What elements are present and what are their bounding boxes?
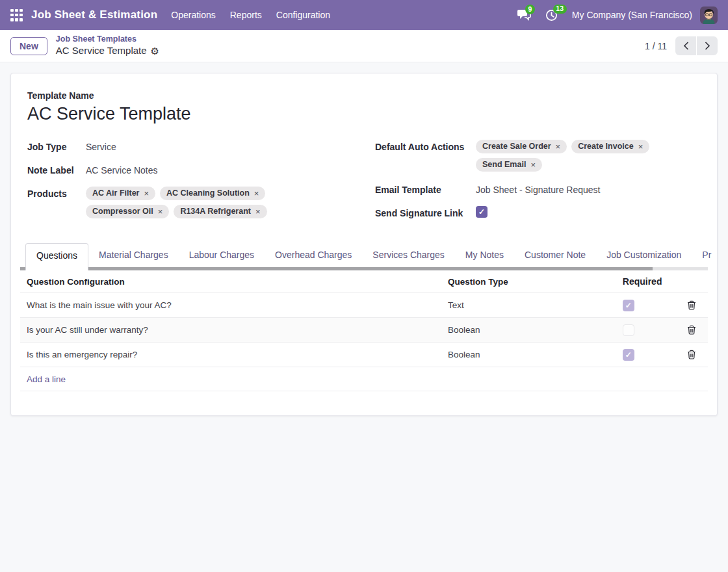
chevron-left-icon <box>683 42 689 50</box>
trash-icon <box>687 300 696 310</box>
column-header-question-configuration[interactable]: Question Configuration <box>20 277 448 287</box>
column-header-required[interactable]: Required <box>623 276 675 287</box>
tag-ac-air-filter: AC Air Filter× <box>86 187 155 200</box>
top-menu-bar: OperationsReportsConfiguration <box>164 6 337 24</box>
delete-row-button[interactable] <box>686 348 697 361</box>
delete-row-button[interactable] <box>686 324 697 336</box>
required-checkbox[interactable]: ✓ <box>623 349 634 361</box>
tag-compressor-oil: Compressor Oil× <box>86 205 169 218</box>
remove-tag-icon[interactable]: × <box>254 189 259 198</box>
remove-tag-icon[interactable]: × <box>638 142 644 151</box>
remove-tag-icon[interactable]: × <box>255 207 261 216</box>
tabs-scrollbar-track[interactable] <box>20 267 708 270</box>
tag-create-invoice: Create Invoice× <box>571 140 649 153</box>
note-label-label: Note Label <box>27 163 86 176</box>
table-row[interactable]: What is the main issue with your AC?Text… <box>20 292 708 317</box>
top-navbar: Job Sheet & Estimation OperationsReports… <box>0 0 728 30</box>
topbar-right: 9 13 My Company (San Francisco) <box>517 6 718 24</box>
remove-tag-icon[interactable]: × <box>158 207 163 216</box>
actions-cell <box>675 299 708 311</box>
pager-counter: 1 / 11 <box>645 41 667 51</box>
required-cell <box>623 324 675 336</box>
remove-tag-icon[interactable]: × <box>530 161 536 169</box>
app-title[interactable]: Job Sheet & Estimation <box>31 8 157 21</box>
messages-badge: 9 <box>525 5 535 14</box>
job-type-label: Job Type <box>27 140 86 152</box>
tag-label: R134A Refrigerant <box>180 207 251 216</box>
tag-label: AC Cleaning Solution <box>166 188 250 198</box>
tabs-scrollbar-thumb[interactable] <box>20 267 653 270</box>
tab-job-customization[interactable]: Job Customization <box>596 243 692 267</box>
table-row[interactable]: Is your AC still under warranty?Boolean <box>20 317 708 342</box>
tab-pr[interactable]: Pr <box>692 243 718 267</box>
products-field[interactable]: AC Air Filter×AC Cleaning Solution×Compr… <box>86 187 326 218</box>
record-pager <box>675 36 718 55</box>
required-cell: ✓ <box>623 300 675 311</box>
column-header-question-type[interactable]: Question Type <box>448 277 623 287</box>
email-template-field[interactable]: Job Sheet - Signature Request <box>476 183 600 195</box>
company-switcher[interactable]: My Company (San Francisco) <box>572 10 692 20</box>
tag-label: Send Email <box>482 160 526 169</box>
auto-actions-label: Default Auto Actions <box>375 140 476 152</box>
tab-services-charges[interactable]: Services Charges <box>362 243 455 267</box>
required-checkbox[interactable] <box>623 324 634 336</box>
note-label-field[interactable]: AC Service Notes <box>86 163 157 176</box>
required-checkbox[interactable]: ✓ <box>623 300 634 311</box>
questions-table-body: What is the main issue with your AC?Text… <box>20 292 708 367</box>
apps-grid-icon[interactable] <box>10 9 23 21</box>
control-panel: New Job Sheet Templates AC Service Templ… <box>0 30 728 62</box>
previous-record-button[interactable] <box>675 36 696 55</box>
new-button[interactable]: New <box>10 37 47 55</box>
activities-badge: 13 <box>553 5 567 14</box>
template-name-label: Template Name <box>27 90 701 101</box>
trash-icon <box>687 350 696 359</box>
tag-r134a-refrigerant: R134A Refrigerant× <box>174 205 266 218</box>
tag-label: Compressor Oil <box>92 207 153 216</box>
job-type-field[interactable]: Service <box>86 140 116 152</box>
activities-button[interactable]: 13 <box>545 9 558 21</box>
gear-icon[interactable]: ⚙ <box>151 46 159 56</box>
menu-reports[interactable]: Reports <box>223 6 269 24</box>
messages-button[interactable]: 9 <box>517 9 531 21</box>
add-a-line-link[interactable]: Add a line <box>20 374 66 384</box>
required-cell: ✓ <box>623 349 675 361</box>
question-cell[interactable]: Is your AC still under warranty? <box>20 325 448 335</box>
breadcrumb-current-label: AC Service Template <box>56 45 147 57</box>
breadcrumb: Job Sheet Templates AC Service Template … <box>56 34 159 57</box>
form-right-column: Default Auto Actions Create Sale Order×C… <box>375 140 701 229</box>
next-record-button[interactable] <box>697 36 718 55</box>
actions-cell <box>675 348 708 361</box>
menu-configuration[interactable]: Configuration <box>269 6 337 24</box>
question-type-cell[interactable]: Boolean <box>448 325 623 335</box>
questions-table: Question Configuration Question Type Req… <box>20 270 708 391</box>
remove-tag-icon[interactable]: × <box>556 142 561 151</box>
tab-customer-note[interactable]: Customer Note <box>514 243 596 267</box>
tag-ac-cleaning-solution: AC Cleaning Solution× <box>160 187 265 200</box>
user-avatar[interactable] <box>700 6 718 24</box>
tab-labour-charges[interactable]: Labour Charges <box>179 243 265 267</box>
breadcrumb-parent-link[interactable]: Job Sheet Templates <box>56 34 159 45</box>
question-type-cell[interactable]: Text <box>448 300 623 310</box>
tag-label: Create Invoice <box>578 142 633 151</box>
send-signature-checkbox[interactable]: ✓ <box>476 206 488 218</box>
question-cell[interactable]: Is this an emergency repair? <box>20 350 448 359</box>
table-row[interactable]: Is this an emergency repair?Boolean✓ <box>20 342 708 367</box>
auto-actions-field[interactable]: Create Sale Order×Create Invoice×Send Em… <box>476 140 701 172</box>
tab-overhead-charges[interactable]: Overhead Charges <box>265 243 362 267</box>
tag-send-email: Send Email× <box>476 158 542 172</box>
template-name-value[interactable]: AC Service Template <box>27 104 701 124</box>
breadcrumb-current: AC Service Template ⚙ <box>56 45 159 57</box>
tab-questions[interactable]: Questions <box>25 243 88 270</box>
tab-material-charges[interactable]: Material Charges <box>88 243 179 267</box>
form-left-column: Job Type Service Note Label AC Service N… <box>27 140 375 229</box>
menu-operations[interactable]: Operations <box>164 6 222 24</box>
trash-icon <box>687 325 696 335</box>
question-cell[interactable]: What is the main issue with your AC? <box>20 300 448 310</box>
tab-my-notes[interactable]: My Notes <box>455 243 514 267</box>
notebook-tabs: QuestionsMaterial ChargesLabour ChargesO… <box>20 243 708 267</box>
send-signature-label: Send Signature Link <box>375 206 476 218</box>
products-label: Products <box>27 187 86 199</box>
question-type-cell[interactable]: Boolean <box>448 350 623 359</box>
remove-tag-icon[interactable]: × <box>144 189 149 198</box>
delete-row-button[interactable] <box>686 299 697 311</box>
